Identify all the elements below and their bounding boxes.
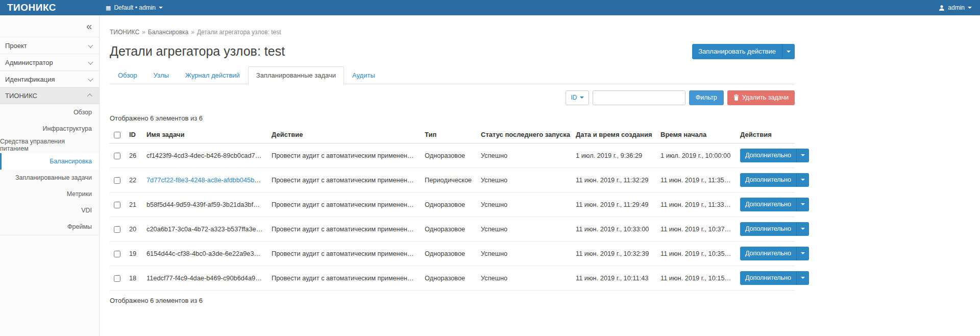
task-created: 11 июн. 2019 г., 10:33:00 [572,217,656,241]
task-status: Успешно [477,192,572,217]
task-start: 11 июн. 2019 г., 10:37:00 [656,217,736,241]
row-checkbox[interactable] [114,275,120,282]
row-more-caret[interactable] [796,222,809,236]
user-menu-dropdown[interactable]: admin [939,4,980,11]
row-actions-group: Дополнительно [740,247,809,260]
sidebar-collapse-button[interactable]: « [86,21,92,31]
task-name: 11edcf77-f4c9-4dae-b469-c90b6d4a9773 [146,274,266,282]
task-id: 20 [125,217,142,241]
column-header[interactable]: Действия [736,126,795,143]
row-checkbox[interactable] [114,251,120,257]
task-status: Успешно [477,217,572,241]
sidebar-item[interactable]: Метрики [0,186,99,202]
items-count-top: Отображено 6 элементов из 6 [110,114,795,122]
sidebar-section-identity[interactable]: Идентификация [0,70,99,87]
tab-label: Запланированные задачи [256,71,336,79]
tab[interactable]: Аудиты [344,66,383,84]
filter-field-label: ID [571,94,577,102]
column-header[interactable]: Статус последнего запуска [477,126,572,143]
column-header[interactable]: ID [125,126,142,143]
schedule-action-button[interactable]: Запланировать действие [692,44,782,59]
sidebar-item[interactable]: Обзор [0,104,99,121]
select-all-header [110,126,125,143]
tabs: Обзор Узлы Журнал действий Запланированн… [110,66,795,84]
task-start: 11 июн. 2019 г., 10:15:00 [656,266,736,290]
task-start: 11 июн. 2019 г., 11:33:00 [656,192,736,217]
sidebar-section-admin[interactable]: Администратор [0,54,99,70]
task-name: b58f5d44-9d59-439f-af59-3b21da3bf0be [146,201,264,208]
grid-icon: ▦ [106,5,111,11]
select-all-checkbox[interactable] [114,132,120,138]
chevron-down-icon [787,51,791,53]
tab-label: Обзор [118,71,137,79]
task-action: Провести аудит с автоматическим применен… [267,167,421,192]
task-status: Успешно [477,167,572,192]
tasks-table: IDИмя задачиДействиеТипСтатус последнего… [110,126,795,291]
chevron-down-icon [88,59,93,64]
row-more-button[interactable]: Дополнительно [740,247,796,260]
row-more-button[interactable]: Дополнительно [740,222,796,236]
page-title: Детали агрегатора узлов: test [110,44,285,59]
row-actions-group: Дополнительно [740,198,809,211]
column-header[interactable]: Время начала [656,126,736,143]
search-input[interactable] [593,90,685,105]
breadcrumb-link[interactable]: Балансировка [148,29,188,36]
row-more-button[interactable]: Дополнительно [740,198,796,211]
sidebar-section-project[interactable]: Проект [0,37,99,54]
task-name-link[interactable]: 7d77cf22-f8e3-4248-ac8e-afdbb045b19d [146,176,265,184]
column-header[interactable]: Дата и время создания [572,126,656,143]
row-actions-group: Дополнительно [740,222,809,236]
chevron-down-icon [159,7,163,9]
brand-logo[interactable]: ТИОНИКС [0,2,100,13]
schedule-action-caret[interactable] [782,44,795,59]
sidebar-item[interactable]: Балансировка [0,153,99,170]
row-more-button[interactable]: Дополнительно [740,149,796,162]
tab[interactable]: Журнал действий [177,66,248,84]
chevron-down-icon [801,179,805,181]
task-start: 11 июн. 2019 г., 11:35:00 [656,167,736,192]
row-checkbox[interactable] [114,153,120,159]
task-created: 11 июн. 2019 г., 11:29:49 [572,192,656,217]
breadcrumb-link[interactable]: ТИОНИКС [110,29,139,36]
sidebar-item[interactable]: VDI [0,202,99,219]
sidebar-item[interactable]: Инфраструктура [0,121,99,137]
row-more-caret[interactable] [796,149,809,162]
delete-tasks-button[interactable]: Удалить задачи [727,90,795,105]
chevron-down-icon [801,154,805,156]
sidebar-item[interactable]: Фреймы [0,219,99,235]
task-id: 19 [125,241,142,266]
task-type: Одноразовое [421,217,477,241]
column-header[interactable]: Тип [421,126,477,143]
sidebar-item[interactable]: Запланированные задачи [0,170,99,186]
tab[interactable]: Запланированные задачи [248,66,344,84]
row-more-caret[interactable] [796,247,809,260]
task-type: Одноразовое [421,241,477,266]
table-body: 26 cf1423f9-4cd3-4dec-b426-89cb0cad7f8c … [110,143,795,290]
sidebar-section-label: Администратор [5,59,53,66]
tab-label: Журнал действий [185,71,240,79]
sidebar-item[interactable]: Средства управления питанием [0,137,99,153]
column-header[interactable]: Действие [267,126,421,143]
trash-icon [733,94,739,101]
row-more-button[interactable]: Дополнительно [740,173,796,187]
row-more-caret[interactable] [796,198,809,211]
table-header-row: IDИмя задачиДействиеТипСтатус последнего… [110,126,795,143]
row-checkbox[interactable] [114,226,120,233]
sidebar-section-tionix[interactable]: ТИОНИКС [0,87,99,104]
chevron-down-icon [88,76,93,81]
row-checkbox[interactable] [114,177,120,184]
sidebar-section-label: Идентификация [5,76,55,83]
row-more-caret[interactable] [796,173,809,187]
project-context-dropdown[interactable]: ▦ Default • admin [100,4,163,11]
row-checkbox[interactable] [114,202,120,208]
filter-button[interactable]: Фильтр [689,90,724,105]
filter-field-dropdown[interactable]: ID [566,90,589,105]
tab[interactable]: Обзор [110,66,145,84]
task-id: 21 [125,192,142,217]
tab[interactable]: Узлы [145,66,177,84]
chevron-down-icon [801,277,805,279]
column-header[interactable]: Имя задачи [142,126,267,143]
user-icon [939,5,945,11]
row-more-caret[interactable] [796,271,809,285]
row-more-button[interactable]: Дополнительно [740,271,796,285]
